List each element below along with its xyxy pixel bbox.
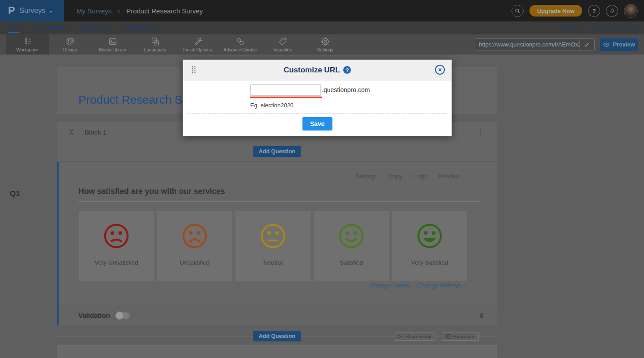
tools-label: Tools <box>562 25 577 31</box>
frown-smiley-icon <box>102 222 130 250</box>
languages-icon: ☆A <box>150 37 160 46</box>
question-action-copy[interactable]: Copy <box>388 173 402 180</box>
question-card: SettingsCopyLogicPreview ⋮ How satisfied… <box>57 162 497 325</box>
example-hint: Eg. election2020 <box>250 102 294 109</box>
validation-toggle[interactable] <box>116 312 130 319</box>
validation-row: Validation <box>59 305 497 325</box>
toolbar-item-label: Languages <box>144 47 166 52</box>
smiley-option-label: Satisfied <box>340 259 363 266</box>
smiley-option-unsatisfied[interactable]: Unsatisfied <box>157 211 232 281</box>
block-title[interactable]: Block 1 <box>85 128 107 136</box>
toolbar-item-media-library[interactable]: Media Library <box>91 34 134 55</box>
block-menu-icon[interactable]: ⋮ <box>477 128 497 136</box>
change-colors-link[interactable]: Change Colors <box>370 282 410 289</box>
design-icon <box>65 37 75 46</box>
question-action-settings[interactable]: Settings <box>355 173 377 180</box>
smiley-option-very-unsatisfied[interactable]: Very Unsatisfied <box>79 211 154 281</box>
user-avatar[interactable] <box>624 4 638 18</box>
validation-label: Validation <box>78 312 110 319</box>
tools-menu[interactable]: Tools▾ <box>562 25 581 31</box>
add-question-button[interactable]: Add Question <box>253 146 301 157</box>
eye-icon <box>603 42 610 47</box>
question-action-preview[interactable]: Preview <box>438 173 460 180</box>
toolbar-item-advance-quotas[interactable]: Advance Quotas <box>219 34 261 55</box>
breadcrumb-current: Product Research Survey <box>126 7 203 15</box>
question-links: Change Colors Change Smileys <box>370 282 461 289</box>
workspace-icon <box>23 37 33 46</box>
frown-deep-smiley-icon <box>181 222 209 250</box>
questionpro-logo-icon: P <box>8 6 15 16</box>
drag-handle-icon[interactable] <box>191 66 196 74</box>
toolbar-item-label: Advance Quotas <box>224 47 257 52</box>
toolbar-item-label: Workspace <box>17 47 39 52</box>
block-add-question-row: Add Question <box>57 142 497 160</box>
page-break-icon <box>398 334 403 339</box>
modal-header: Customize URL ? × <box>183 60 452 80</box>
chevron-down-icon: ▾ <box>579 26 581 31</box>
search-button[interactable] <box>512 5 524 17</box>
trash-icon <box>478 312 485 320</box>
nav-tab-distribute[interactable]: Distribute <box>35 24 64 33</box>
nav-right: Tools▾ Responses: 0 <box>562 25 636 31</box>
toolbar-item-variables[interactable]: Variables <box>261 34 304 55</box>
toolbar-item-workspace[interactable]: Workspace <box>6 34 49 55</box>
toolbar-item-languages[interactable]: ☆ALanguages <box>134 34 176 55</box>
breadcrumb-my-surveys[interactable]: My Surveys <box>77 7 111 15</box>
product-switcher[interactable]: P Surveys ▾ <box>0 0 64 21</box>
settings-icon <box>320 37 330 46</box>
separator-button[interactable]: Separator <box>442 333 479 341</box>
toolbar-item-label: Media Library <box>99 47 126 52</box>
nav-tabs: EditDistributeAnalyticsIntegration <box>8 24 156 33</box>
nav-tab-analytics[interactable]: Analytics <box>81 24 108 33</box>
edit-url-button[interactable] <box>580 39 594 51</box>
custom-url-input[interactable] <box>250 84 321 96</box>
question-action-logic[interactable]: Logic <box>413 173 427 180</box>
smiley-option-label: Unsatisfied <box>180 259 210 266</box>
survey-url[interactable]: https://www.questionpro.com/t/AEmOxZ <box>475 41 580 48</box>
question-mark-icon: ? <box>593 8 596 14</box>
save-button[interactable]: Save <box>303 117 333 131</box>
edit-toolbar: WorkspaceDesignMedia Library☆ALanguagesF… <box>0 34 644 55</box>
checkbox-icon <box>446 334 451 339</box>
variables-icon <box>278 37 288 46</box>
smile-smiley-icon <box>337 222 365 250</box>
question-menu-icon[interactable]: ⋮ <box>466 172 473 180</box>
flat-smiley-icon <box>259 222 287 250</box>
toolbar-item-finish-options[interactable]: Finish Options <box>176 34 219 55</box>
help-button[interactable]: ? <box>588 5 600 17</box>
collapse-block-icon[interactable] <box>68 128 75 135</box>
add-question-button-bottom[interactable]: Add Question <box>253 331 301 341</box>
separator-label: Separator <box>453 334 475 339</box>
modal-divider <box>188 113 447 114</box>
toolbar-item-settings[interactable]: Settings <box>304 34 346 55</box>
delete-question-button[interactable] <box>478 312 485 320</box>
change-smileys-link[interactable]: Change Smileys <box>417 282 461 289</box>
page-break-button[interactable]: Page Break <box>394 333 435 341</box>
smiley-option-very-satisfied[interactable]: Very Satisfied <box>392 211 467 281</box>
upgrade-now-button[interactable]: Upgrade Now <box>529 5 582 17</box>
page-break-separator-group: Page Break Separator <box>394 333 479 341</box>
breadcrumb-separator-icon: › <box>118 7 120 15</box>
smiley-option-neutral[interactable]: Neutral <box>235 211 311 281</box>
survey-url-box: https://www.questionpro.com/t/AEmOxZ <box>475 38 595 51</box>
modal-close-button[interactable]: × <box>435 65 445 75</box>
modal-help-icon[interactable]: ? <box>343 66 351 74</box>
nav-tab-integration[interactable]: Integration <box>124 24 156 33</box>
media-library-icon <box>108 37 118 46</box>
toolbar-item-label: Finish Options <box>183 47 212 52</box>
notifications-button[interactable] <box>606 5 618 17</box>
close-icon: × <box>438 67 442 73</box>
nav-tab-edit[interactable]: Edit <box>8 24 20 33</box>
smiley-option-satisfied[interactable]: Satisfied <box>314 211 389 281</box>
modal-title: Customize URL <box>284 66 340 75</box>
toolbar-item-label: Design <box>63 47 77 52</box>
input-error-underline <box>250 97 322 98</box>
modal-title-wrap: Customize URL ? <box>183 66 452 75</box>
smiley-options-row: Very UnsatisfiedUnsatisfiedNeutralSatisf… <box>79 211 467 281</box>
toolbar-item-design[interactable]: Design <box>49 34 91 55</box>
customize-url-modal: Customize URL ? × .questionpro.com Eg. e… <box>183 59 452 136</box>
preview-button[interactable]: Preview <box>600 38 638 51</box>
toggle-knob <box>115 312 124 320</box>
responses-count: Responses: 0 <box>595 25 634 31</box>
question-text[interactable]: How satisfied are you with our services <box>78 187 225 196</box>
